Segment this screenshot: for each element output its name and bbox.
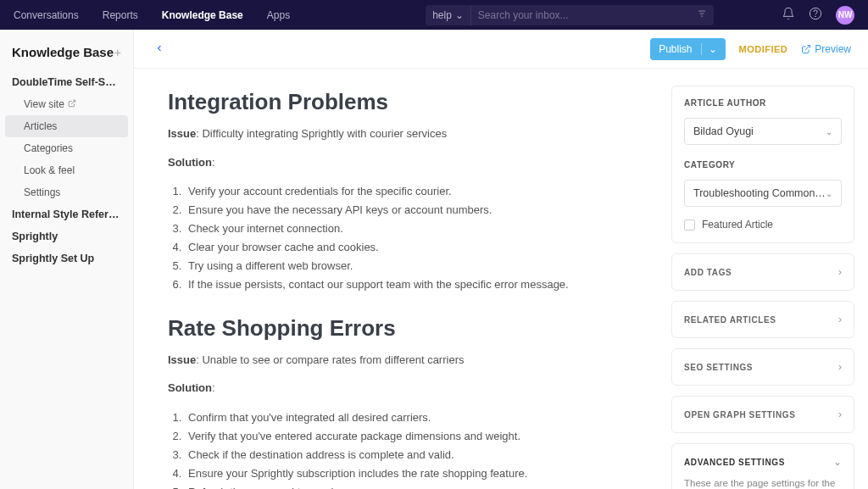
sidebar-sub-viewsite[interactable]: View site — [0, 93, 133, 115]
svg-point-4 — [815, 16, 816, 17]
category-select[interactable]: Troubleshooting Common Problems ⌄ — [684, 180, 842, 207]
status-badge: MODIFIED — [739, 44, 788, 54]
preview-link[interactable]: Preview — [801, 43, 851, 55]
checkbox-icon — [684, 219, 695, 231]
svg-point-3 — [810, 8, 821, 19]
nav-right: NW — [782, 6, 854, 25]
author-value: Bildad Oyugi — [693, 125, 754, 137]
back-button[interactable] — [151, 38, 168, 60]
collapse-seo-settings[interactable]: SEO SETTINGS › — [671, 348, 854, 386]
solution-line: Solution: — [168, 380, 624, 397]
sidebar-sub-articles[interactable]: Articles — [5, 115, 128, 137]
chevron-down-icon: ⌄ — [826, 127, 832, 136]
chevron-right-icon: › — [838, 266, 842, 278]
advanced-desc: These are the page settings for the arti… — [684, 478, 842, 489]
sidebar-sub-settings[interactable]: Settings — [0, 181, 133, 203]
chevron-down-icon: ⌄ — [833, 456, 842, 468]
step: Confirm that you've integrated all desir… — [185, 408, 624, 427]
nav-apps[interactable]: Apps — [267, 9, 290, 21]
collapse-add-tags[interactable]: ADD TAGS › — [671, 253, 854, 291]
publish-label: Publish — [659, 43, 692, 55]
external-link-icon — [68, 99, 76, 109]
search-container: help ⌄ — [426, 5, 714, 25]
step: If the issue persists, contact our suppo… — [185, 275, 624, 294]
chevron-down-icon: ⌄ — [826, 189, 832, 198]
filter-icon[interactable] — [690, 8, 714, 21]
featured-checkbox-row[interactable]: Featured Article — [684, 219, 842, 231]
advanced-label: ADVANCED SETTINGS — [684, 458, 785, 467]
step: Verify your account credentials for the … — [185, 182, 624, 201]
collapse-label: OPEN GRAPH SETTINGS — [684, 410, 795, 420]
step: Clear your browser cache and cookies. — [185, 238, 624, 257]
author-label: ARTICLE AUTHOR — [684, 98, 842, 108]
advanced-settings-card: ADVANCED SETTINGS ⌄ These are the page s… — [671, 443, 854, 489]
search-scope-selector[interactable]: help ⌄ — [426, 5, 471, 25]
step: Check your internet connection. — [185, 219, 624, 238]
solution-line: Solution: — [168, 154, 624, 171]
chevron-down-icon: ⌄ — [701, 43, 717, 55]
issue-line: Issue: Difficulty integrating Sprightly … — [168, 125, 624, 142]
category-value: Troubleshooting Common Problems — [693, 187, 826, 199]
top-nav: Conversations Reports Knowledge Base App… — [0, 0, 868, 30]
nav-links: Conversations Reports Knowledge Base App… — [14, 9, 290, 21]
collapse-label: RELATED ARTICLES — [684, 315, 776, 325]
sidebar: Knowledge Base + DoubleTime Self-Serve V… — [0, 30, 134, 489]
sidebar-sub-lookfeel[interactable]: Look & feel — [0, 159, 133, 181]
article-editor[interactable]: Integration Problems Issue: Difficulty i… — [134, 69, 658, 489]
sidebar-item-internal-style[interactable]: Internal Style Reference ... — [0, 203, 133, 225]
preview-label: Preview — [815, 43, 851, 55]
step: Check if the destination address is comp… — [185, 446, 624, 464]
help-icon[interactable] — [809, 7, 822, 23]
svg-line-6 — [805, 45, 810, 50]
chevron-right-icon: › — [838, 314, 842, 325]
chevron-down-icon: ⌄ — [455, 9, 464, 21]
chevron-right-icon: › — [838, 361, 842, 373]
issue-line: Issue: Unable to see or compare rates fr… — [168, 352, 624, 369]
section-heading: Rate Shopping Errors — [168, 315, 624, 342]
collapse-label: SEO SETTINGS — [684, 363, 753, 372]
sidebar-item-doubletime[interactable]: DoubleTime Self-Serve — [0, 71, 133, 93]
search-input[interactable] — [471, 9, 690, 21]
author-card: ARTICLE AUTHOR Bildad Oyugi ⌄ CATEGORY T… — [671, 86, 854, 243]
search-scope-label: help — [432, 9, 452, 21]
nav-reports[interactable]: Reports — [103, 9, 138, 21]
sidebar-item-sprightly-setup[interactable]: Sprightly Set Up — [0, 247, 133, 270]
publish-button[interactable]: Publish ⌄ — [650, 38, 725, 60]
collapse-open-graph[interactable]: OPEN GRAPH SETTINGS › — [671, 396, 854, 433]
category-label: CATEGORY — [684, 160, 842, 169]
bell-icon[interactable] — [782, 7, 795, 23]
section-heading: Integration Problems — [168, 89, 624, 115]
featured-label: Featured Article — [702, 219, 773, 231]
steps-list: Verify your account credentials for the … — [168, 182, 624, 295]
steps-list: Confirm that you've integrated all desir… — [168, 408, 624, 489]
step: Refresh the page and try again. — [185, 483, 624, 489]
step: Ensure your Sprightly subscription inclu… — [185, 464, 624, 483]
nav-conversations[interactable]: Conversations — [14, 9, 79, 21]
plus-icon[interactable]: + — [114, 46, 121, 59]
step: Verify that you've entered accurate pack… — [185, 427, 624, 446]
chevron-right-icon: › — [838, 408, 842, 420]
step: Try using a different web browser. — [185, 257, 624, 275]
svg-line-5 — [71, 100, 75, 104]
author-select[interactable]: Bildad Oyugi ⌄ — [684, 118, 842, 145]
advanced-header[interactable]: ADVANCED SETTINGS ⌄ — [684, 456, 842, 468]
step: Ensure you have the necessary API keys o… — [185, 201, 624, 219]
sidebar-title: Knowledge Base — [12, 45, 114, 59]
collapse-label: ADD TAGS — [684, 268, 732, 277]
collapse-related-articles[interactable]: RELATED ARTICLES › — [671, 301, 854, 338]
sidebar-sub-label: View site — [24, 98, 64, 110]
avatar[interactable]: NW — [836, 6, 854, 25]
sidebar-item-sprightly[interactable]: Sprightly — [0, 225, 133, 247]
action-bar: Publish ⌄ MODIFIED Preview — [134, 30, 868, 69]
right-panel: ARTICLE AUTHOR Bildad Oyugi ⌄ CATEGORY T… — [658, 69, 868, 489]
sidebar-sub-categories[interactable]: Categories — [0, 137, 133, 159]
nav-knowledge-base[interactable]: Knowledge Base — [162, 9, 243, 21]
